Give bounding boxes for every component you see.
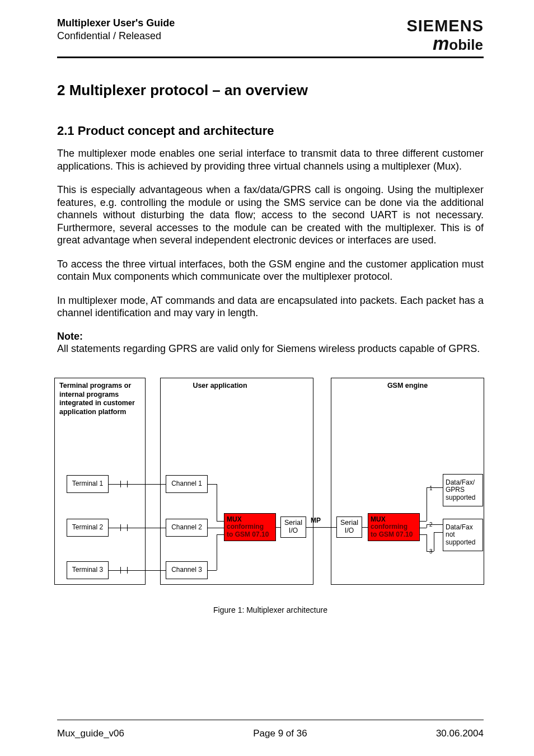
page-footer: Mux_guide_v06 Page 9 of 36 30.06.2004 [57, 728, 484, 739]
footer-center: Page 9 of 36 [253, 728, 307, 739]
paragraph-4: In multiplexer mode, AT commands and dat… [57, 294, 484, 320]
architecture-diagram: Terminal programs or internal programs i… [54, 377, 485, 590]
channel-1: Channel 1 [166, 475, 208, 493]
num-1: 1 [429, 485, 433, 491]
line [120, 524, 121, 531]
logo-mobile-text: mobile [406, 33, 484, 54]
channel-3: Channel 3 [166, 561, 208, 579]
paragraph-3: To access the three virtual interfaces, … [57, 258, 484, 283]
line [306, 527, 336, 528]
col1-label: Terminal programs or internal programs i… [59, 382, 140, 417]
doc-subtitle: Confidential / Released [57, 30, 175, 43]
data-fax-not-supported: Data/Fax not supported [443, 519, 483, 551]
line [427, 487, 443, 488]
header-left: Multiplexer User's Guide Confidential / … [57, 17, 175, 43]
figure-caption: Figure 1: Multiplexer architecture [57, 605, 484, 614]
note-label: Note: [57, 331, 484, 342]
line [127, 481, 128, 487]
line [427, 534, 427, 551]
line [208, 528, 224, 528]
mux-left: MUX conforming to GSM 07.10 [224, 513, 276, 541]
line [217, 534, 217, 570]
data-fax-gprs-supported: Data/Fax/ GPRS supported [443, 474, 483, 506]
terminal-3: Terminal 3 [67, 561, 109, 579]
line [109, 484, 166, 485]
line [434, 532, 434, 551]
siemens-logo: SIEMENS mobile [406, 17, 484, 54]
paragraph-2: This is especially advantageous when a f… [57, 184, 484, 247]
section-heading-2: 2 Multiplexer protocol – an overview [57, 82, 484, 99]
serial-io-right: Serial I/O [336, 516, 362, 538]
line [120, 481, 121, 487]
footer-left: Mux_guide_v06 [57, 728, 124, 739]
paragraph-1: The multiplexer mode enables one serial … [57, 147, 484, 172]
line [109, 570, 166, 571]
line [217, 534, 224, 535]
line [127, 524, 128, 531]
line [208, 570, 217, 571]
channel-2: Channel 2 [166, 519, 208, 537]
line [427, 551, 434, 552]
footer-right: 30.06.2004 [436, 728, 484, 739]
line [420, 534, 427, 535]
line [217, 484, 217, 521]
line [420, 528, 427, 528]
line [276, 527, 280, 528]
terminal-2: Terminal 2 [67, 519, 109, 537]
note-text: All statements regarding GPRS are valid … [57, 342, 484, 355]
line [208, 484, 217, 485]
section-heading-2-1: 2.1 Product concept and architecture [57, 124, 484, 138]
page-header: Multiplexer User's Guide Confidential / … [57, 17, 484, 54]
col3-label: GSM engine [336, 382, 479, 391]
line [109, 528, 166, 528]
line [427, 487, 427, 521]
line [427, 524, 434, 525]
col2-label: User application [161, 382, 279, 391]
line [120, 567, 121, 574]
line [420, 521, 427, 522]
line [127, 567, 128, 574]
terminal-1: Terminal 1 [67, 475, 109, 493]
line [434, 532, 443, 533]
header-divider [57, 57, 484, 58]
doc-title: Multiplexer User's Guide [57, 17, 175, 30]
line [362, 527, 368, 528]
mp-label: MP [311, 516, 321, 524]
line [434, 524, 443, 525]
line [217, 521, 224, 522]
serial-io-left: Serial I/O [280, 516, 306, 538]
footer-divider [57, 720, 484, 720]
mux-right: MUX conforming to GSM 07.10 [368, 513, 420, 541]
